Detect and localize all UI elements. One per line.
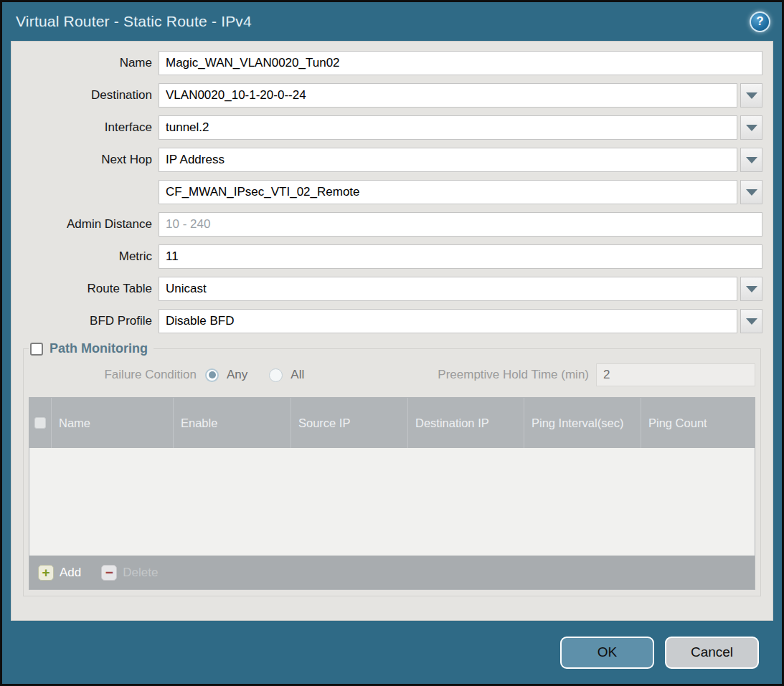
- chevron-down-icon: [746, 318, 757, 325]
- dialog-title: Virtual Router - Static Route - IPv4: [16, 13, 252, 30]
- dialog-footer: OK Cancel: [2, 621, 782, 684]
- column-header-ping-count: Ping Count: [641, 398, 755, 448]
- add-button-label: Add: [60, 566, 81, 580]
- failure-condition-row: Failure Condition Any All Preemptive Hol…: [29, 362, 755, 388]
- titlebar: Virtual Router - Static Route - IPv4 ?: [2, 2, 782, 41]
- help-icon[interactable]: ?: [750, 11, 770, 32]
- plus-icon: +: [38, 565, 54, 581]
- next-hop-label: Next Hop: [22, 153, 159, 167]
- form-row-next-hop-address: [22, 180, 762, 204]
- table-toolbar: + Add − Delete: [29, 556, 755, 589]
- destination-label: Destination: [22, 88, 159, 103]
- minus-icon: −: [101, 565, 117, 581]
- interface-input[interactable]: [159, 115, 737, 140]
- column-header-ping-interval: Ping Interval(sec): [524, 398, 641, 448]
- failure-condition-any-label: Any: [227, 368, 247, 382]
- interface-dropdown-button[interactable]: [740, 115, 762, 140]
- column-header-destination-ip: Destination IP: [407, 398, 524, 448]
- ok-button[interactable]: OK: [560, 637, 654, 669]
- form-row-route-table: Route Table: [22, 277, 762, 301]
- form-row-name: Name: [22, 51, 762, 75]
- failure-condition-all-radio[interactable]: [269, 368, 283, 382]
- column-header-name: Name: [51, 398, 173, 448]
- bfd-profile-dropdown-button[interactable]: [740, 309, 762, 333]
- next-hop-type-input[interactable]: [159, 148, 737, 172]
- destination-input[interactable]: [159, 83, 737, 108]
- chevron-down-icon: [746, 125, 757, 131]
- next-hop-type-dropdown-button[interactable]: [740, 148, 762, 172]
- static-route-dialog: Virtual Router - Static Route - IPv4 ? N…: [0, 0, 784, 686]
- table-header-select-all: [29, 398, 51, 448]
- name-input[interactable]: [159, 51, 762, 75]
- chevron-down-icon: [746, 286, 757, 292]
- route-table-dropdown-button[interactable]: [740, 277, 762, 301]
- form-row-admin-distance: Admin Distance: [22, 212, 762, 237]
- chevron-down-icon: [746, 189, 757, 196]
- destination-dropdown-button[interactable]: [740, 83, 762, 108]
- route-table-input[interactable]: [159, 277, 737, 301]
- cancel-button[interactable]: Cancel: [665, 637, 759, 669]
- delete-button-label: Delete: [123, 566, 158, 580]
- form-row-metric: Metric: [22, 244, 762, 269]
- form-row-interface: Interface: [22, 115, 762, 140]
- path-monitoring-section: Path Monitoring Failure Condition Any Al…: [23, 341, 761, 596]
- admin-distance-input[interactable]: [159, 212, 762, 237]
- name-label: Name: [22, 56, 159, 70]
- path-monitoring-legend: Path Monitoring: [29, 341, 154, 356]
- form-row-bfd-profile: BFD Profile: [22, 309, 762, 333]
- bfd-profile-input[interactable]: [159, 309, 737, 333]
- table-body-empty: [29, 448, 755, 556]
- table-header-row: Name Enable Source IP Destination IP Pin…: [29, 398, 755, 448]
- form-row-destination: Destination: [22, 83, 762, 108]
- add-button[interactable]: + Add: [38, 565, 81, 581]
- delete-button[interactable]: − Delete: [101, 565, 158, 581]
- column-header-enable: Enable: [173, 398, 291, 448]
- admin-distance-label: Admin Distance: [22, 217, 159, 232]
- metric-label: Metric: [22, 249, 159, 264]
- path-monitoring-checkbox[interactable]: [30, 343, 43, 356]
- chevron-down-icon: [746, 157, 757, 163]
- path-monitoring-table: Name Enable Source IP Destination IP Pin…: [29, 397, 755, 590]
- failure-condition-any-radio[interactable]: [205, 368, 219, 382]
- column-header-source-ip: Source IP: [291, 398, 407, 448]
- failure-condition-all-label: All: [291, 368, 304, 382]
- route-table-label: Route Table: [22, 282, 159, 296]
- metric-input[interactable]: [159, 244, 762, 269]
- path-monitoring-title: Path Monitoring: [49, 341, 148, 356]
- next-hop-address-input[interactable]: [159, 180, 737, 204]
- failure-condition-label: Failure Condition: [29, 368, 205, 382]
- bfd-profile-label: BFD Profile: [22, 314, 159, 328]
- preemptive-hold-time-input[interactable]: [596, 363, 755, 386]
- interface-label: Interface: [22, 120, 159, 135]
- chevron-down-icon: [746, 92, 757, 99]
- preemptive-hold-time-label: Preemptive Hold Time (min): [438, 368, 596, 382]
- next-hop-address-dropdown-button[interactable]: [740, 180, 762, 204]
- form-row-next-hop: Next Hop: [22, 148, 762, 172]
- dialog-content: Name Destination Interface Next Hop: [11, 41, 773, 621]
- select-all-checkbox[interactable]: [34, 417, 46, 429]
